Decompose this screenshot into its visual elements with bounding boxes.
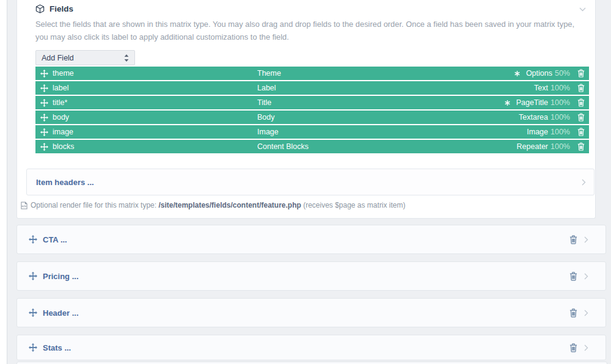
matrix-type-label: Pricing ... — [43, 272, 79, 281]
trash-icon[interactable] — [577, 84, 585, 92]
trash-icon[interactable] — [577, 69, 585, 78]
trash-icon[interactable] — [569, 272, 577, 281]
field-label: Title — [257, 98, 271, 107]
chevron-right-icon — [584, 236, 588, 243]
add-field-select-value: Add Field — [42, 54, 74, 62]
field-row-meta: Text 100% — [522, 81, 585, 95]
field-width: 100% — [551, 84, 570, 92]
chevron-right-icon — [582, 179, 586, 186]
field-name[interactable]: body — [53, 113, 69, 122]
move-icon[interactable] — [40, 99, 48, 107]
field-row[interactable]: label Label Text 100% — [35, 81, 589, 95]
trash-icon[interactable] — [569, 308, 577, 318]
field-row-meta: PageTitle 100% — [505, 96, 585, 109]
field-label: Image — [257, 128, 279, 136]
field-label: Theme — [257, 69, 281, 78]
field-label: Body — [257, 113, 275, 122]
matrix-type-row[interactable]: Header ... — [16, 298, 606, 327]
field-width: 100% — [551, 142, 570, 151]
field-row[interactable]: image Image Image 100% — [35, 125, 589, 139]
fields-title: Fields — [49, 4, 73, 13]
item-headers-label: Item headers ... — [36, 178, 94, 187]
fields-header[interactable]: Fields — [35, 4, 73, 13]
chevron-right-icon — [584, 344, 588, 351]
cube-icon — [35, 4, 45, 13]
field-row[interactable]: blocks Content Blocks Repeater 100% — [35, 140, 589, 153]
matrix-type-label: CTA ... — [43, 235, 67, 244]
render-file-path: /site/templates/fields/content/feature.p… — [158, 201, 301, 209]
chevron-right-icon — [584, 273, 588, 280]
field-name[interactable]: title* — [53, 98, 67, 107]
field-row[interactable]: title* Title PageTitle 100% — [35, 96, 589, 109]
matrix-type-row[interactable]: Pricing ... — [16, 261, 606, 291]
move-icon[interactable] — [29, 308, 37, 317]
add-field-select[interactable]: Add Field — [35, 50, 135, 65]
trash-icon[interactable] — [569, 343, 577, 352]
asterisk-icon — [514, 71, 520, 76]
render-file-note: Optional render file for this matrix typ… — [21, 201, 406, 209]
fields-description: Select the fields that are shown in this… — [35, 18, 576, 43]
field-row-meta: Image 100% — [515, 125, 585, 139]
field-width: 100% — [551, 113, 570, 122]
field-type: PageTitle — [516, 98, 548, 107]
field-width: 100% — [551, 128, 570, 136]
matrix-type-row[interactable]: CTA ... — [16, 225, 606, 254]
field-type: Image — [527, 128, 548, 136]
move-icon[interactable] — [40, 143, 48, 151]
matrix-type-label: Header ... — [43, 308, 79, 318]
render-note-text: Optional render file for this matrix typ… — [31, 201, 406, 209]
field-row[interactable]: theme Theme Options 50% — [35, 67, 589, 80]
trash-icon[interactable] — [569, 235, 577, 244]
field-row[interactable]: body Body Textarea 100% — [35, 111, 589, 124]
select-arrows-icon — [124, 54, 129, 62]
move-icon[interactable] — [40, 70, 48, 78]
field-name[interactable]: theme — [53, 69, 74, 78]
field-row-meta: Textarea 100% — [507, 111, 585, 124]
trash-icon[interactable] — [577, 128, 585, 136]
field-type: Textarea — [519, 113, 548, 122]
field-list: theme Theme Options 50% label Label Text… — [35, 67, 589, 155]
field-type: Text — [534, 84, 548, 92]
trash-icon[interactable] — [577, 142, 585, 151]
asterisk-icon — [505, 100, 510, 106]
fields-fieldset: Fields Select the fields that are shown … — [16, 0, 596, 219]
file-code-icon — [21, 202, 27, 209]
move-icon[interactable] — [40, 128, 48, 136]
move-icon[interactable] — [29, 343, 37, 352]
field-type: Options — [526, 69, 552, 78]
field-width: 50% — [555, 69, 570, 78]
matrix-type-row[interactable]: Stats ... — [16, 335, 606, 360]
trash-icon[interactable] — [577, 113, 585, 122]
chevron-down-icon[interactable] — [579, 7, 586, 12]
field-row-meta: Repeater 100% — [505, 140, 585, 153]
move-icon[interactable] — [29, 272, 37, 280]
field-name[interactable]: label — [53, 84, 68, 92]
matrix-type-label: Stats ... — [43, 343, 71, 352]
field-name[interactable]: image — [53, 128, 73, 136]
trash-icon[interactable] — [577, 98, 585, 107]
chevron-right-icon — [584, 310, 588, 316]
next-row-partial — [16, 362, 607, 364]
field-row-meta: Options 50% — [514, 67, 585, 80]
item-headers-toggle[interactable]: Item headers ... — [26, 169, 595, 195]
move-icon[interactable] — [29, 235, 37, 244]
move-icon[interactable] — [40, 84, 48, 92]
move-icon[interactable] — [40, 114, 48, 122]
field-label: Label — [257, 84, 276, 92]
field-width: 100% — [551, 98, 570, 107]
page: Fields Select the fields that are shown … — [0, 0, 611, 364]
field-type: Repeater — [517, 142, 548, 151]
field-label: Content Blocks — [257, 142, 309, 151]
field-name[interactable]: blocks — [53, 142, 74, 151]
